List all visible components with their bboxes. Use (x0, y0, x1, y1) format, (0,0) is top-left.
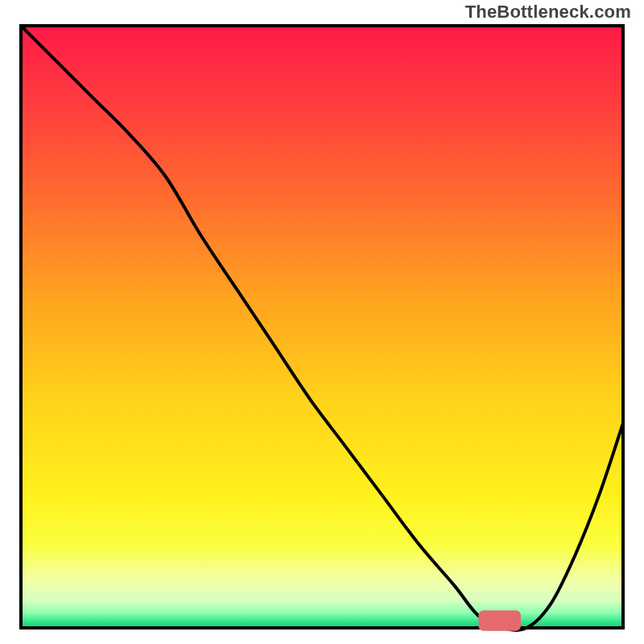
chart-container: TheBottleneck.com (0, 0, 644, 644)
optimal-marker (479, 610, 521, 630)
watermark-text: TheBottleneck.com (465, 2, 631, 23)
bottleneck-chart (10, 21, 634, 641)
